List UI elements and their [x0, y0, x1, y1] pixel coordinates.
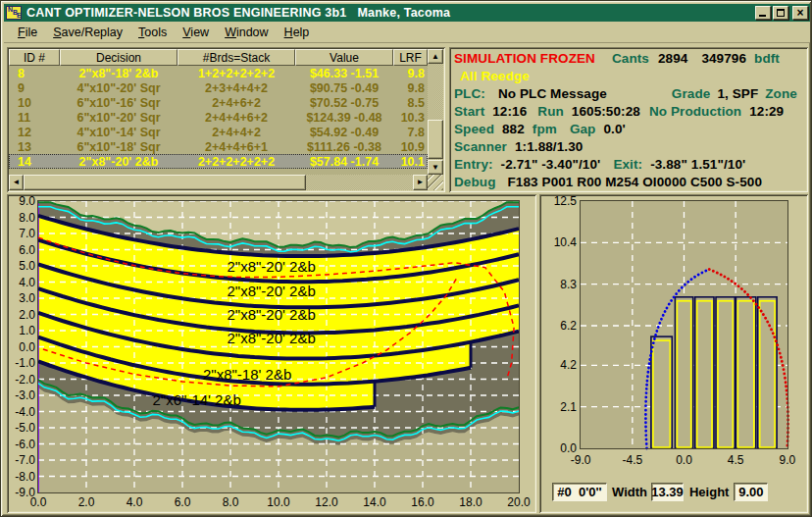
status-line: SIMULATION FROZENCants2894349796bdft — [451, 51, 806, 69]
y-tick: -3.0 — [15, 388, 35, 402]
cell: 4"x10"-14' Sqr — [60, 126, 178, 139]
y-tick: -5.0 — [15, 421, 35, 435]
status-line: Entry:-2.71" -3.40"/10'Exit:-3.88" 1.51"… — [451, 157, 806, 175]
status-segment: 0.0' — [603, 122, 625, 136]
y-tick: 4.2 — [560, 358, 577, 372]
y-tick: 6.0 — [19, 243, 35, 257]
cell: 6"x10"-18' Sqr — [60, 140, 178, 154]
cell: $46.33 -1.51 — [295, 67, 393, 80]
close-icon: × — [793, 6, 807, 20]
cell: 2+3+4+4+2 — [178, 81, 295, 95]
horizontal-scroll-thumb[interactable] — [24, 175, 306, 190]
x-tick: 9.0 — [779, 453, 795, 467]
status-segment: All Reedge — [460, 69, 530, 83]
status-segment: 2894 — [658, 51, 687, 66]
x-tick: 12.0 — [315, 495, 338, 509]
table-row[interactable]: 142"x8"-20' 2&b2+2+2+2+2+2$57.84 -1.7410… — [9, 154, 428, 169]
table-row[interactable]: 106"x10"-16' Sqr2+4+6+2$70.52 -0.758.5 — [9, 95, 428, 110]
station-readout: #0 0'0'' — [552, 483, 607, 501]
y-tick: 2.0 — [19, 308, 35, 322]
menu-item-tools[interactable]: Tools — [130, 24, 175, 41]
y-tick: -7.0 — [15, 453, 35, 467]
y-tick: -1.0 — [15, 356, 35, 370]
status-line: Speed882fpmGap0.0' — [451, 122, 806, 139]
cell: 2+2+2+2+2+2 — [178, 155, 295, 169]
vertical-scroll-thumb[interactable] — [428, 120, 443, 159]
cell: 9 — [9, 81, 60, 95]
status-segment: PLC: — [454, 86, 485, 101]
menu-item-window[interactable]: Window — [217, 24, 276, 41]
status-segment: 349796 — [701, 51, 746, 66]
close-button[interactable]: × — [792, 6, 808, 20]
status-segment: SIMULATION FROZEN — [454, 51, 595, 66]
y-tick: 3.0 — [19, 291, 35, 305]
table-row[interactable]: 136"x10"-18' Sqr2+4+4+6+1$111.26 -0.3810… — [9, 139, 428, 154]
cell: 2+4+4+6+1 — [178, 140, 295, 154]
horizontal-scrollbar: ◄ ► — [9, 175, 428, 190]
status-segment: Zone — [765, 86, 797, 101]
status-line: PLC:No PLC MessageGrade1, SPFZone — [451, 86, 806, 104]
title-bar: NBE CANT OPTIMIZER-NELSON BROS ENGINEERI… — [4, 4, 810, 22]
menu-item-help[interactable]: Help — [277, 24, 318, 41]
board-label: 2"x8"-20' 2&b — [228, 283, 316, 299]
column-header-brdsstack[interactable]: #Brds=Stack — [178, 49, 295, 66]
y-tick: -4.0 — [15, 405, 35, 419]
y-tick: 4.0 — [19, 276, 35, 289]
board-label: 2"x8"-20' 2&b — [228, 306, 316, 323]
cell: 9.8 — [393, 67, 428, 80]
column-header-lrf[interactable]: LRF — [393, 49, 428, 66]
x-tick: 10.0 — [267, 495, 290, 509]
y-tick: 12.5 — [554, 196, 578, 208]
status-segment: Gap — [570, 122, 596, 136]
maximize-icon — [777, 9, 785, 17]
y-tick: 9.0 — [19, 196, 35, 208]
cell: 11 — [9, 111, 60, 125]
cell: $57.84 -1.74 — [295, 155, 393, 169]
cell: $124.39 -0.48 — [295, 111, 393, 125]
maximize-button[interactable] — [773, 6, 788, 20]
y-tick: 2.1 — [560, 400, 577, 414]
cell: 2"x8"-18' 2&b — [60, 67, 178, 80]
cell: 6"x10"-20' Sqr — [60, 111, 178, 125]
status-segment: Cants — [612, 51, 649, 66]
x-tick: -4.5 — [623, 453, 643, 467]
status-segment: fpm — [533, 122, 557, 136]
table-row[interactable]: 116"x10"-20' Sqr2+4+4+6+2$124.39 -0.4810… — [9, 110, 428, 125]
menu-item-view[interactable]: View — [175, 24, 217, 41]
scroll-left-button[interactable]: ◄ — [9, 175, 24, 190]
status-segment: Run — [537, 104, 564, 119]
y-tick: -8.0 — [15, 470, 35, 484]
status-segment: Speed — [454, 122, 494, 136]
menu-item-save-replay[interactable]: Save/Replay — [45, 24, 130, 41]
status-segment: Debug — [454, 175, 496, 189]
cell: 1+2+2+2+2+2 — [178, 67, 295, 80]
cell: 2+4+6+2 — [178, 96, 295, 110]
column-header-decision[interactable]: Decision — [60, 49, 178, 66]
resize-grip[interactable] — [428, 175, 443, 190]
table-body: 82"x8"-18' 2&b1+2+2+2+2+2$46.33 -1.519.8… — [9, 66, 428, 169]
menu-item-file[interactable]: File — [10, 24, 45, 41]
column-header-value[interactable]: Value — [295, 49, 393, 66]
x-tick: 4.0 — [127, 495, 143, 509]
position-readout-bar: #0 0'0'' Width 13.39 Height 9.00 — [541, 480, 806, 503]
scroll-up-button[interactable]: ▲ — [428, 49, 443, 64]
x-tick: 6.0 — [175, 495, 191, 509]
table-row[interactable]: 82"x8"-18' 2&b1+2+2+2+2+2$46.33 -1.519.8 — [9, 66, 428, 80]
vertical-scrollbar: ▲ ▼ — [428, 49, 443, 175]
table-row[interactable]: 94"x10"-20' Sqr2+3+4+4+2$90.75 -0.499.8 — [9, 80, 428, 95]
status-segment: -3.88" 1.51"/10' — [650, 157, 745, 172]
end-board — [695, 297, 714, 448]
y-tick: 10.4 — [554, 235, 578, 249]
minimize-button[interactable] — [755, 6, 771, 20]
scroll-down-button[interactable]: ▼ — [428, 160, 443, 175]
width-readout: 13.39 — [651, 483, 684, 501]
scroll-right-button[interactable]: ► — [413, 175, 428, 190]
x-tick: 16.0 — [411, 495, 434, 509]
cell: 10.3 — [393, 111, 428, 125]
cell: $54.92 -0.49 — [295, 126, 393, 139]
column-header-id[interactable]: ID # — [9, 49, 60, 66]
x-tick: 2.0 — [78, 495, 95, 509]
table-row[interactable]: 124"x10"-14' Sqr2+4+4+2$54.92 -0.497.8 — [9, 125, 428, 139]
status-segment: 1, SPF — [717, 86, 758, 101]
board-label: 2"x8"-20' 2&b — [228, 258, 316, 275]
